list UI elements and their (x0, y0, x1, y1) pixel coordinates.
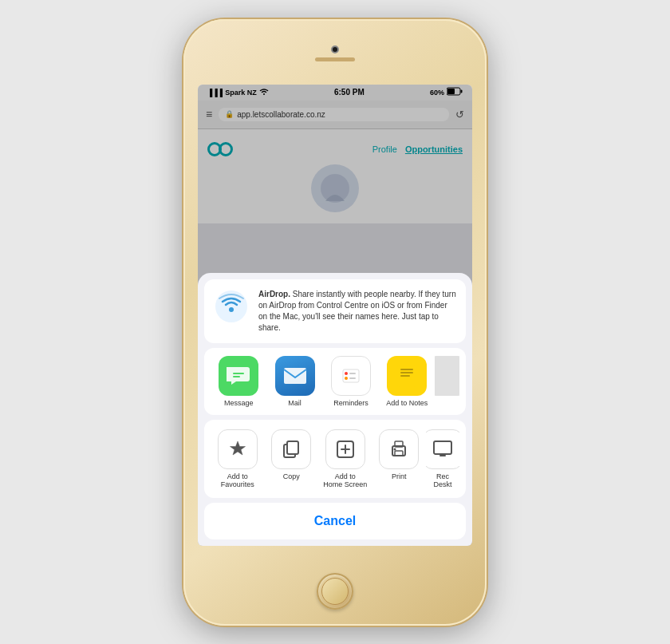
speaker (315, 57, 355, 61)
message-label: Message (224, 399, 254, 407)
mail-icon (275, 356, 315, 396)
app-icons-row: Message Mail (204, 348, 466, 415)
svg-rect-6 (233, 373, 244, 374)
action-copy[interactable]: Copy (264, 425, 317, 493)
svg-rect-15 (400, 369, 413, 370)
share-sheet: AirDrop. Share instantly with people nea… (198, 273, 472, 546)
share-sheet-overlay: AirDrop. Share instantly with people nea… (198, 85, 472, 546)
notes-icon (387, 356, 427, 396)
share-mail[interactable]: Mail (266, 353, 322, 410)
front-camera (331, 45, 339, 53)
svg-rect-13 (349, 377, 356, 379)
action-request-desktop[interactable]: RecDeskt (426, 425, 459, 493)
svg-rect-16 (400, 372, 413, 373)
svg-point-10 (345, 372, 348, 375)
svg-point-12 (345, 377, 348, 380)
print-icon (379, 429, 419, 469)
action-add-home-screen[interactable]: Add toHome Screen (318, 425, 372, 493)
svg-rect-9 (343, 369, 359, 382)
copy-icon (271, 429, 311, 469)
phone-screen: ▐▐▐ Spark NZ 6:50 PM 60% (198, 85, 472, 546)
airdrop-description: AirDrop. Share instantly with people nea… (258, 289, 456, 334)
svg-rect-11 (349, 373, 356, 374)
more-apps-icon (435, 356, 459, 396)
svg-rect-7 (233, 376, 240, 377)
add-home-screen-label: Add toHome Screen (323, 472, 367, 488)
airdrop-title: AirDrop. (258, 290, 290, 298)
svg-rect-8 (284, 368, 306, 384)
svg-rect-19 (287, 441, 298, 454)
share-more[interactable] (435, 353, 459, 410)
share-notes[interactable]: Add to Notes (379, 353, 435, 410)
add-home-screen-icon (325, 429, 365, 469)
share-message[interactable]: Message (211, 353, 266, 410)
copy-label: Copy (283, 472, 300, 480)
cancel-button[interactable]: Cancel (204, 503, 466, 539)
actions-row: Add toFavourites Copy (204, 420, 466, 498)
add-favourites-label: Add toFavourites (221, 472, 254, 488)
home-button-inner (321, 578, 349, 605)
reminders-label: Reminders (333, 399, 368, 407)
request-desktop-icon (426, 429, 459, 469)
mail-label: Mail (288, 399, 302, 407)
svg-rect-17 (400, 375, 410, 377)
svg-point-26 (394, 448, 396, 450)
reminders-icon (331, 356, 371, 396)
action-add-favourites[interactable]: Add toFavourites (211, 425, 264, 493)
phone-frame: ▐▐▐ Spark NZ 6:50 PM 60% (183, 19, 487, 626)
airdrop-icon (214, 289, 249, 324)
airdrop-section: AirDrop. Share instantly with people nea… (204, 279, 466, 343)
print-label: Print (392, 472, 407, 480)
add-favourites-icon (218, 429, 258, 469)
phone: ▐▐▐ Spark NZ 6:50 PM 60% (183, 19, 487, 626)
action-print[interactable]: Print (372, 425, 425, 493)
svg-rect-28 (439, 455, 446, 456)
share-reminders[interactable]: Reminders (323, 353, 379, 410)
message-icon (219, 356, 258, 396)
svg-rect-27 (434, 441, 451, 454)
home-button[interactable] (317, 573, 353, 610)
notes-label: Add to Notes (386, 399, 428, 407)
request-desktop-label: RecDeskt (433, 472, 451, 488)
svg-point-5 (229, 307, 234, 312)
